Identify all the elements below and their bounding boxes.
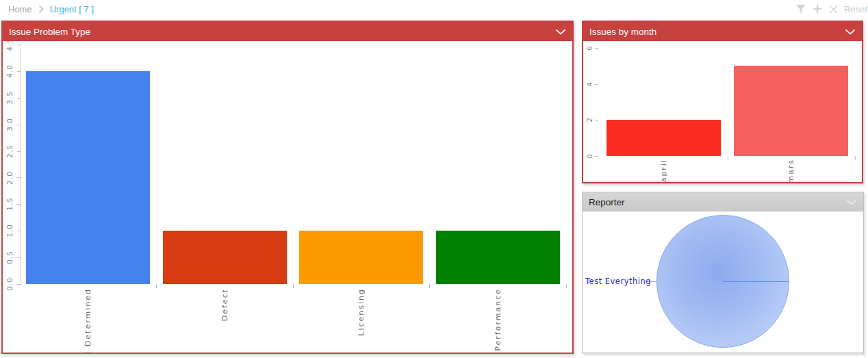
y-axis-tick <box>595 120 598 120</box>
y-axis-tick <box>595 84 598 85</box>
y-tick-label-text: 4.0 <box>5 64 14 78</box>
x-axis-tick <box>855 156 856 160</box>
filter-icon[interactable] <box>795 4 806 14</box>
y-tick-label: 0 <box>584 141 595 171</box>
y-tick-label: 2 <box>584 105 595 135</box>
bar-performance[interactable] <box>436 231 560 284</box>
y-tick-label: 4.0 <box>4 56 15 86</box>
y-tick-label-text: 4.5 <box>5 41 14 51</box>
panel-title: Issues by month <box>589 27 845 37</box>
y-axis-tick <box>17 231 21 231</box>
bar-april[interactable] <box>607 120 721 156</box>
y-tick-label-text: 1.5 <box>5 197 14 211</box>
y-axis-tick <box>595 156 598 157</box>
breadcrumb-chevron-icon <box>38 5 44 14</box>
panel-title: Issue Problem Type <box>9 27 555 37</box>
x-axis-tick <box>429 284 430 288</box>
y-tick-label: 0.5 <box>4 242 15 272</box>
y-axis-tick <box>17 204 21 205</box>
y-tick-label: 0.0 <box>4 269 15 299</box>
y-axis-tick <box>17 257 21 258</box>
y-tick-label-text: 0.0 <box>5 277 14 291</box>
panel-header-reporter: Reporter <box>583 192 863 212</box>
y-axis-tick <box>17 71 21 72</box>
x-category-label: Not Determined <box>83 288 94 353</box>
y-axis-tick <box>17 177 21 178</box>
x-category-label-text: Not Determined <box>84 288 92 353</box>
y-tick-label: 3.5 <box>4 83 15 113</box>
y-tick-label-text: 3.0 <box>5 118 14 131</box>
x-category-label-text: Performance <box>494 288 502 351</box>
y-tick-label: 4.5 <box>4 41 15 60</box>
y-axis-tick <box>17 151 21 152</box>
x-category-label: april <box>659 159 669 182</box>
bar-mars[interactable] <box>734 66 848 156</box>
chevron-down-icon[interactable] <box>845 29 856 35</box>
x-category-label: Licensing <box>356 288 367 336</box>
y-axis-tick <box>17 44 21 45</box>
chevron-down-icon[interactable] <box>846 199 857 205</box>
y-axis-tick <box>595 48 598 49</box>
bar-defect[interactable] <box>163 231 287 284</box>
y-tick-label: 1.5 <box>4 189 15 219</box>
y-tick-label: 3.0 <box>4 110 15 140</box>
y-tick-label-text: 0.5 <box>5 251 14 264</box>
x-axis-tick <box>293 284 294 288</box>
panel-header-issue-problem-type: Issue Problem Type <box>3 22 572 41</box>
chevron-down-icon[interactable] <box>555 29 566 35</box>
breadcrumb-bar: Home Urgent [ 7 ] Reset <box>0 0 868 18</box>
breadcrumb-home-link[interactable]: Home <box>8 4 32 14</box>
y-tick-label-text: 2 <box>585 117 593 123</box>
x-category-label: Performance <box>492 288 503 351</box>
bar-not-determined[interactable] <box>26 71 150 284</box>
y-axis-tick <box>17 125 21 125</box>
x-axis-tick <box>728 156 728 160</box>
x-category-label-text: Licensing <box>357 288 366 336</box>
panel-body-issues-by-month: 0246aprilmars <box>583 41 862 182</box>
reset-button[interactable]: Reset <box>844 4 867 14</box>
panel-body-reporter: Test Everything <box>583 212 863 353</box>
x-category-label: Defect <box>219 288 230 321</box>
y-axis-tick <box>17 284 21 285</box>
panel-body-issue-problem-type: 0.00.51.01.52.02.53.03.54.04.5Not Determ… <box>3 41 572 353</box>
close-icon[interactable] <box>828 4 839 14</box>
panel-reporter: Reporter Test Everything <box>582 192 864 353</box>
y-axis-line <box>21 44 21 285</box>
y-tick-label: 2.5 <box>4 136 15 166</box>
add-icon[interactable] <box>812 3 823 14</box>
y-axis-tick <box>17 98 21 99</box>
x-category-label: mars <box>786 159 797 182</box>
x-category-label-text: april <box>659 159 668 182</box>
y-tick-label-text: 2.5 <box>5 144 14 158</box>
y-tick-label-text: 6 <box>585 45 593 51</box>
panel-issue-problem-type: Issue Problem Type 0.00.51.01.52.02.53.0… <box>1 21 574 354</box>
x-category-label-text: Defect <box>220 288 229 321</box>
x-axis-tick <box>566 284 567 288</box>
y-tick-label: 2.0 <box>4 162 15 192</box>
y-tick-label-text: 1.0 <box>5 224 14 238</box>
bar-licensing[interactable] <box>299 231 423 284</box>
panel-issues-by-month: Issues by month 0246aprilmars <box>582 21 863 183</box>
y-tick-label-text: 0 <box>585 153 593 159</box>
x-category-label-text: mars <box>787 159 795 182</box>
y-tick-label: 6 <box>584 41 595 63</box>
bubble-label[interactable]: Test Everything <box>585 276 651 287</box>
panel-header-issues-by-month: Issues by month <box>583 22 862 41</box>
breadcrumb-current[interactable]: Urgent [ 7 ] <box>50 4 94 14</box>
toolbar: Reset <box>795 0 867 18</box>
y-tick-label: 1.0 <box>4 216 15 246</box>
y-tick-label-text: 3.5 <box>5 91 14 105</box>
slice-radius-line <box>723 281 789 282</box>
panel-title: Reporter <box>589 197 846 207</box>
x-axis-tick <box>156 284 157 288</box>
y-tick-label: 4 <box>584 69 595 99</box>
y-tick-label-text: 2.0 <box>5 171 14 185</box>
y-tick-label-text: 4 <box>585 81 593 87</box>
